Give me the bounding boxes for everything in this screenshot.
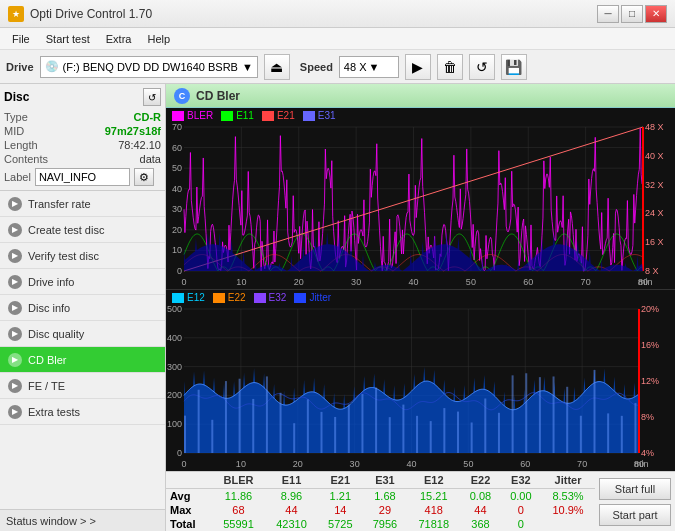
avg-e22: 0.08 — [460, 489, 500, 504]
main-layout: Disc ↺ Type CD-R MID 97m27s18f Length 78… — [0, 84, 675, 531]
total-e12: 71818 — [407, 517, 460, 531]
avg-e12: 15.21 — [407, 489, 460, 504]
status-window-label: Status window > > — [6, 515, 96, 527]
nav-label-disc-info: Disc info — [28, 302, 70, 314]
max-e32: 0 — [501, 503, 541, 517]
stats-row-max: Max 68 44 14 29 418 44 0 10.9% — [166, 503, 595, 517]
max-e21: 14 — [318, 503, 363, 517]
drive-icon: 💿 — [45, 60, 59, 73]
total-jitter — [541, 517, 595, 531]
stats-area: BLER E11 E21 E31 E12 E22 E32 Jitter Avg — [166, 471, 675, 531]
contents-value: data — [140, 153, 161, 165]
total-bler: 55991 — [212, 517, 265, 531]
status-window-button[interactable]: Status window > > — [0, 509, 165, 531]
drive-selector[interactable]: 💿 (F:) BENQ DVD DD DW1640 BSRB ▼ — [40, 56, 258, 78]
max-e22: 44 — [460, 503, 500, 517]
start-part-button[interactable]: Start part — [599, 504, 671, 526]
sidebar-item-drive-info[interactable]: ▶ Drive info — [0, 269, 165, 295]
length-value: 78:42.10 — [118, 139, 161, 151]
nav-label-disc-quality: Disc quality — [28, 328, 84, 340]
nav-label-drive-info: Drive info — [28, 276, 74, 288]
avg-e32: 0.00 — [501, 489, 541, 504]
disc-info-icon: ▶ — [8, 301, 22, 315]
legend-e12: E12 — [172, 292, 205, 303]
transfer-rate-icon: ▶ — [8, 197, 22, 211]
window-controls: ─ □ ✕ — [597, 5, 667, 23]
eject-button[interactable]: ⏏ — [264, 54, 290, 80]
legend-e31: E31 — [303, 110, 336, 121]
nav-label-extra-tests: Extra tests — [28, 406, 80, 418]
content-area: C CD Bler BLER E11 E21 — [166, 84, 675, 531]
label-key: Label — [4, 171, 31, 183]
sidebar-item-verify-test-disc[interactable]: ▶ Verify test disc — [0, 243, 165, 269]
eraser-button[interactable]: 🗑 — [437, 54, 463, 80]
disc-panel: Disc ↺ Type CD-R MID 97m27s18f Length 78… — [0, 84, 165, 191]
sidebar-item-cd-bler[interactable]: ▶ CD Bler — [0, 347, 165, 373]
total-e11: 42310 — [265, 517, 318, 531]
drive-bar: Drive 💿 (F:) BENQ DVD DD DW1640 BSRB ▼ ⏏… — [0, 50, 675, 84]
mid-value: 97m27s18f — [105, 125, 161, 137]
stats-row-avg: Avg 11.86 8.96 1.21 1.68 15.21 0.08 0.00… — [166, 489, 595, 504]
refresh-button[interactable]: ↺ — [469, 54, 495, 80]
start-full-button[interactable]: Start full — [599, 478, 671, 500]
stats-table: BLER E11 E21 E31 E12 E22 E32 Jitter Avg — [166, 472, 595, 531]
sidebar-item-fe-te[interactable]: ▶ FE / TE — [0, 373, 165, 399]
col-header-bler: BLER — [212, 472, 265, 489]
max-e12: 418 — [407, 503, 460, 517]
cd-bler-icon: ▶ — [8, 353, 22, 367]
menu-file[interactable]: File — [4, 31, 38, 47]
sidebar-item-disc-info[interactable]: ▶ Disc info — [0, 295, 165, 321]
type-key: Type — [4, 111, 28, 123]
max-e31: 29 — [363, 503, 408, 517]
extra-tests-icon: ▶ — [8, 405, 22, 419]
sidebar-item-transfer-rate[interactable]: ▶ Transfer rate — [0, 191, 165, 217]
maximize-button[interactable]: □ — [621, 5, 643, 23]
chart-icon: C — [174, 88, 190, 104]
col-header-e21: E21 — [318, 472, 363, 489]
save-button[interactable]: 💾 — [501, 54, 527, 80]
total-e21: 5725 — [318, 517, 363, 531]
sidebar-item-extra-tests[interactable]: ▶ Extra tests — [0, 399, 165, 425]
max-label: Max — [166, 503, 212, 517]
app-icon: ★ — [8, 6, 24, 22]
title-bar: ★ Opti Drive Control 1.70 ─ □ ✕ — [0, 0, 675, 28]
legend-e11: E11 — [221, 110, 254, 121]
legend-e21: E21 — [262, 110, 295, 121]
label-input[interactable] — [35, 168, 130, 186]
disc-refresh-button[interactable]: ↺ — [143, 88, 161, 106]
speed-selector[interactable]: 48 X ▼ — [339, 56, 399, 78]
avg-bler: 11.86 — [212, 489, 265, 504]
mid-key: MID — [4, 125, 24, 137]
disc-title: Disc — [4, 90, 29, 104]
legend-bler: BLER — [172, 110, 213, 121]
total-e22: 368 — [460, 517, 500, 531]
chart-header: C CD Bler — [166, 84, 675, 108]
total-e32: 0 — [501, 517, 541, 531]
col-header-e12: E12 — [407, 472, 460, 489]
close-button[interactable]: ✕ — [645, 5, 667, 23]
col-header-label — [166, 472, 212, 489]
col-header-e11: E11 — [265, 472, 318, 489]
total-label: Total — [166, 517, 212, 531]
col-header-e31: E31 — [363, 472, 408, 489]
menu-help[interactable]: Help — [139, 31, 178, 47]
max-bler: 68 — [212, 503, 265, 517]
col-header-e32: E32 — [501, 472, 541, 489]
avg-e11: 8.96 — [265, 489, 318, 504]
nav-label-create-test-disc: Create test disc — [28, 224, 104, 236]
sidebar-item-disc-quality[interactable]: ▶ Disc quality — [0, 321, 165, 347]
play-button[interactable]: ▶ — [405, 54, 431, 80]
verify-test-disc-icon: ▶ — [8, 249, 22, 263]
chart2-legend: E12 E22 E32 Jitter — [166, 290, 675, 305]
label-edit-button[interactable]: ⚙ — [134, 168, 154, 186]
menu-extra[interactable]: Extra — [98, 31, 140, 47]
nav-label-cd-bler: CD Bler — [28, 354, 67, 366]
menu-starttest[interactable]: Start test — [38, 31, 98, 47]
minimize-button[interactable]: ─ — [597, 5, 619, 23]
sidebar-item-create-test-disc[interactable]: ▶ Create test disc — [0, 217, 165, 243]
col-header-jitter: Jitter — [541, 472, 595, 489]
avg-e21: 1.21 — [318, 489, 363, 504]
sidebar: Disc ↺ Type CD-R MID 97m27s18f Length 78… — [0, 84, 166, 531]
nav-label-fe-te: FE / TE — [28, 380, 65, 392]
drive-name: (F:) BENQ DVD DD DW1640 BSRB — [63, 61, 238, 73]
